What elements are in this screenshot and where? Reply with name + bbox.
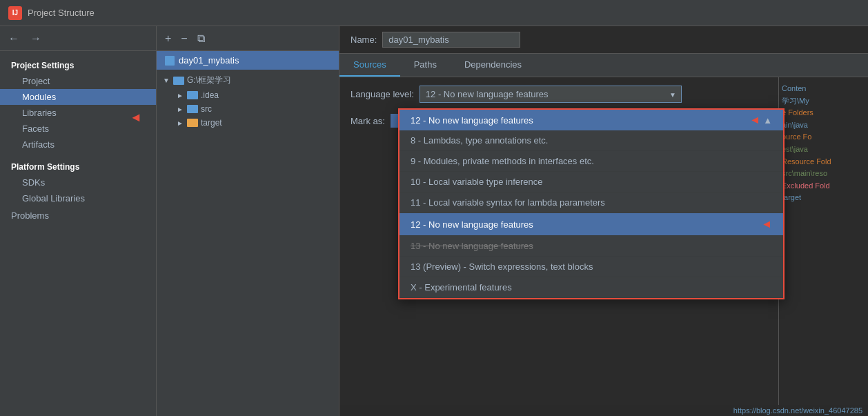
right-panel-path3: est\java	[782, 143, 865, 156]
sidebar-item-sdks[interactable]: SDKs	[0, 175, 156, 190]
module-icon	[165, 56, 175, 66]
tree-toggle-src[interactable]: ►	[176, 105, 184, 113]
tree-label-target: target	[201, 118, 222, 128]
mark-as-label: Mark as:	[351, 116, 385, 126]
module-list: day01_mybatis ▼ G:\框架学习 ► .idea ► src	[157, 51, 339, 416]
module-tree: ▼ G:\框架学习 ► .idea ► src ► target	[157, 70, 339, 132]
add-module-button[interactable]: +	[162, 31, 174, 46]
main-layout: ← → Project Settings Project Modules Lib…	[0, 26, 868, 416]
name-row: Name:	[339, 26, 868, 54]
right-panel-path5: target	[782, 192, 865, 204]
window-title: Project Structure	[28, 8, 95, 18]
right-panel-source-folder-label: ource Fo	[782, 131, 865, 143]
right-panel-excluded-label: Excluded Fold	[782, 180, 865, 192]
tabs-row: Sources Paths Dependencies	[339, 54, 868, 77]
sidebar-item-facets[interactable]: Facets	[0, 121, 156, 137]
right-panel: Conten 学习\My e Folders ain\java ource Fo…	[778, 77, 868, 416]
sidebar-nav: Project Settings Project Modules Librari…	[0, 51, 156, 416]
dropdown-item-12-arrow: ◄	[761, 218, 772, 230]
dropdown-red-arrow: ◄	[749, 114, 760, 126]
dropdown-item-9[interactable]: 9 - Modules, private methods in interfac…	[400, 151, 783, 172]
name-label: Name:	[351, 34, 377, 45]
sidebar-toolbar: ← →	[0, 26, 156, 51]
tree-item-idea[interactable]: ► .idea	[157, 88, 339, 102]
dropdown-selected-item: 12 - No new language features ◄ ▲	[400, 110, 783, 130]
right-panel-content-label: Conten	[782, 83, 865, 95]
dropdown-item-11[interactable]: 11 - Local variable syntax for lambda pa…	[400, 192, 783, 213]
dropdown-item-13[interactable]: 13 - No new language features	[400, 236, 783, 257]
dropdown-item-13-preview[interactable]: 13 (Preview) - Switch expressions, text …	[400, 257, 783, 277]
dropdown-box[interactable]: 12 - No new language features ◄ ▲ 8 - La…	[398, 108, 785, 299]
tree-toggle-target[interactable]: ►	[176, 119, 184, 127]
copy-module-button[interactable]: ⧉	[195, 31, 208, 46]
tree-item-target[interactable]: ► target	[157, 116, 339, 130]
sidebar: ← → Project Settings Project Modules Lib…	[0, 26, 157, 416]
platform-settings-header: Platform Settings	[0, 155, 156, 175]
dropdown-item-12[interactable]: 12 - No new language features ◄	[400, 213, 783, 236]
tab-sources[interactable]: Sources	[339, 54, 400, 77]
folder-icon-idea	[187, 91, 198, 99]
project-settings-header: Project Settings	[0, 57, 156, 73]
right-panel-path1: 学习\My	[782, 95, 865, 108]
url-bar: https://blog.csdn.net/weixin_46047285	[339, 405, 868, 416]
right-panel-folders-label: e Folders	[782, 107, 865, 119]
sidebar-item-global-libraries[interactable]: Global Libraries	[0, 190, 156, 206]
dropdown-selected-label: 12 - No new language features	[411, 115, 533, 126]
tree-item-src[interactable]: ► src	[157, 102, 339, 116]
back-button[interactable]: ←	[6, 31, 22, 46]
sidebar-item-problems[interactable]: Problems	[0, 206, 156, 224]
right-panel-path2: ain\java	[782, 119, 865, 132]
dropdown-chevron: ▲	[763, 115, 772, 126]
right-panel-path4: src\main\reso	[782, 168, 865, 180]
url-text: https://blog.csdn.net/weixin_46047285	[733, 406, 862, 415]
language-level-select[interactable]: 12 - No new language features	[420, 86, 682, 103]
dropdown-item-12-label: 12 - No new language features	[411, 219, 533, 230]
tree-label-idea: .idea	[201, 90, 219, 100]
tab-paths[interactable]: Paths	[400, 54, 451, 77]
right-panel-resource-label: Resource Fold	[782, 156, 865, 168]
sidebar-item-modules[interactable]: Modules	[0, 89, 156, 105]
module-toolbar: + − ⧉	[157, 26, 339, 51]
sidebar-item-project[interactable]: Project	[0, 73, 156, 89]
module-name: day01_mybatis	[179, 55, 239, 66]
sidebar-item-libraries[interactable]: Libraries	[0, 105, 156, 121]
dropdown-item-x[interactable]: X - Experimental features	[400, 277, 783, 298]
name-input[interactable]	[382, 32, 520, 48]
language-level-label: Language level:	[351, 89, 414, 99]
tree-label-root: G:\框架学习	[187, 75, 231, 86]
app-icon: IJ	[8, 6, 22, 20]
tree-item-root[interactable]: ▼ G:\框架学习	[157, 72, 339, 88]
tree-label-src: src	[201, 104, 212, 114]
folder-icon-src	[187, 105, 198, 113]
main-area: Name: Sources Paths Dependencies Languag…	[339, 26, 868, 416]
module-item-day01[interactable]: day01_mybatis	[157, 51, 339, 70]
module-panel: + − ⧉ day01_mybatis ▼ G:\框架学习 ► .idea	[157, 26, 339, 416]
tree-toggle-root[interactable]: ▼	[162, 77, 170, 85]
folder-icon-root	[173, 77, 184, 85]
remove-module-button[interactable]: −	[178, 31, 190, 46]
tab-dependencies[interactable]: Dependencies	[451, 54, 535, 77]
content-area: Language level: 12 - No new language fea…	[339, 77, 868, 416]
tree-toggle-idea[interactable]: ►	[176, 91, 184, 99]
dropdown-item-10[interactable]: 10 - Local variable type inference	[400, 172, 783, 192]
folder-icon-target	[187, 119, 198, 127]
dropdown-item-8[interactable]: 8 - Lambdas, type annotations etc.	[400, 130, 783, 151]
sidebar-item-artifacts[interactable]: Artifacts	[0, 137, 156, 152]
title-bar: IJ Project Structure	[0, 0, 868, 26]
language-level-select-wrapper: 12 - No new language features ▼	[420, 86, 682, 103]
forward-button[interactable]: →	[28, 31, 44, 46]
